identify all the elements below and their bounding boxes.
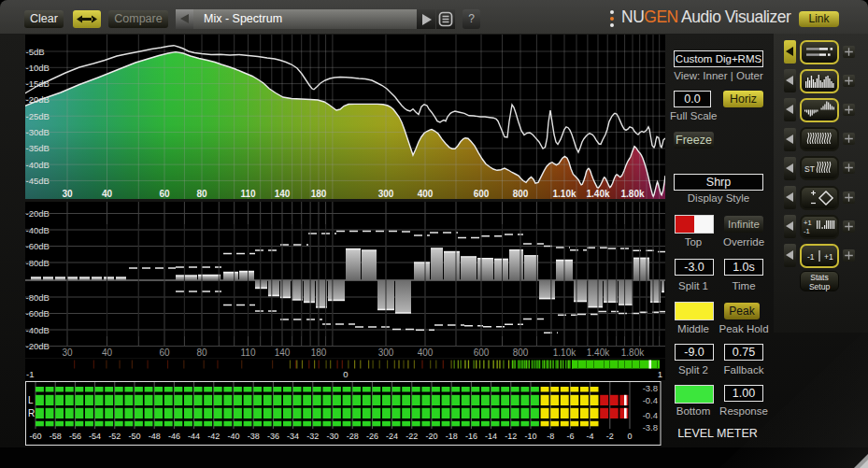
- svg-text:-0.4: -0.4: [643, 395, 658, 405]
- svg-text:-36: -36: [267, 432, 279, 441]
- svg-text:-6: -6: [566, 432, 574, 441]
- svg-text:-5dB: -5dB: [26, 47, 45, 57]
- svg-text:L: L: [28, 395, 34, 405]
- svg-text:140: 140: [275, 189, 291, 199]
- svg-text:-10dB: -10dB: [26, 63, 50, 73]
- svg-text:-1: -1: [807, 251, 815, 261]
- svg-text:-12: -12: [505, 432, 517, 441]
- svg-text:+1: +1: [824, 251, 833, 261]
- svg-text:-38: -38: [248, 432, 260, 441]
- svg-text:40: 40: [102, 347, 113, 358]
- svg-text:-26: -26: [366, 432, 378, 441]
- svg-text:-50: -50: [128, 432, 140, 441]
- svg-text:80: 80: [196, 347, 207, 358]
- svg-text:-45dB: -45dB: [26, 176, 50, 186]
- svg-text:-58: -58: [50, 432, 62, 441]
- svg-text:-15dB: -15dB: [26, 78, 50, 89]
- svg-text:60: 60: [159, 189, 170, 199]
- svg-text:-54: -54: [89, 432, 101, 441]
- svg-text:-40dB: -40dB: [26, 325, 50, 335]
- svg-text:-20: -20: [425, 432, 437, 441]
- svg-text:-25dB: -25dB: [26, 111, 50, 121]
- svg-text:1.40k: 1.40k: [587, 347, 610, 358]
- svg-text:30: 30: [62, 347, 73, 358]
- svg-text:110: 110: [241, 347, 256, 358]
- svg-text:30: 30: [62, 189, 73, 199]
- svg-text:140: 140: [275, 347, 291, 358]
- svg-text:-14: -14: [485, 432, 497, 441]
- svg-text:-8: -8: [547, 432, 554, 441]
- svg-text:-80dB: -80dB: [26, 258, 50, 268]
- svg-text:-35dB: -35dB: [26, 143, 50, 153]
- svg-text:40: 40: [102, 189, 113, 199]
- svg-text:300: 300: [378, 189, 394, 199]
- svg-text:-28: -28: [347, 432, 359, 441]
- svg-text:R: R: [28, 408, 35, 418]
- svg-text:-20dB: -20dB: [26, 94, 50, 105]
- svg-text:400: 400: [418, 189, 434, 199]
- svg-text:300: 300: [378, 347, 394, 358]
- svg-text:1.40k: 1.40k: [586, 189, 609, 199]
- svg-text:-20dB: -20dB: [26, 208, 50, 219]
- svg-text:-20dB: -20dB: [26, 341, 50, 351]
- svg-text:-40: -40: [227, 432, 239, 441]
- svg-text:180: 180: [311, 189, 327, 199]
- svg-text:+1: +1: [804, 219, 812, 227]
- svg-text:-30: -30: [326, 432, 338, 441]
- svg-text:-42: -42: [207, 432, 220, 441]
- svg-text:1.10k: 1.10k: [552, 189, 576, 199]
- svg-text:-22: -22: [406, 432, 418, 441]
- svg-text:110: 110: [240, 189, 256, 199]
- svg-text:600: 600: [474, 347, 490, 358]
- svg-text:-18: -18: [446, 432, 458, 441]
- svg-text:-80dB: -80dB: [26, 292, 50, 303]
- svg-text:0: 0: [343, 369, 348, 379]
- svg-text:800: 800: [513, 347, 529, 358]
- svg-text:-1: -1: [26, 369, 34, 379]
- svg-text:-52: -52: [108, 432, 121, 441]
- svg-text:-3.8: -3.8: [643, 422, 658, 433]
- svg-text:-44: -44: [188, 432, 200, 441]
- svg-text:-16: -16: [465, 432, 477, 441]
- svg-text:800: 800: [513, 189, 529, 199]
- svg-text:180: 180: [311, 347, 327, 358]
- svg-text:0: 0: [627, 432, 632, 441]
- svg-text:-24: -24: [386, 432, 398, 441]
- svg-text:-46: -46: [168, 432, 180, 441]
- svg-text:1.10k: 1.10k: [553, 347, 576, 358]
- svg-text:-4: -4: [587, 432, 594, 441]
- svg-text:-56: -56: [69, 432, 81, 441]
- svg-text:-40dB: -40dB: [26, 225, 50, 235]
- svg-text:400: 400: [418, 347, 434, 358]
- svg-text:-48: -48: [149, 432, 161, 441]
- svg-text:-2: -2: [606, 432, 614, 441]
- svg-text:-34: -34: [287, 432, 299, 441]
- svg-text:-1: -1: [804, 227, 810, 235]
- svg-text:1.80k: 1.80k: [621, 347, 645, 358]
- svg-text:600: 600: [474, 189, 490, 199]
- svg-text:-3.8: -3.8: [643, 383, 658, 393]
- svg-text:-32: -32: [306, 432, 319, 441]
- svg-text:-30dB: -30dB: [26, 127, 50, 137]
- svg-text:-40dB: -40dB: [26, 160, 50, 170]
- svg-text:1.80k: 1.80k: [620, 189, 644, 199]
- svg-text:-10: -10: [524, 432, 536, 441]
- svg-text:60: 60: [159, 347, 170, 358]
- svg-text:80: 80: [196, 189, 207, 199]
- svg-text:ST: ST: [804, 164, 815, 174]
- svg-text:-60dB: -60dB: [26, 308, 50, 319]
- svg-text:-60: -60: [29, 432, 41, 441]
- svg-text:-60dB: -60dB: [26, 241, 50, 251]
